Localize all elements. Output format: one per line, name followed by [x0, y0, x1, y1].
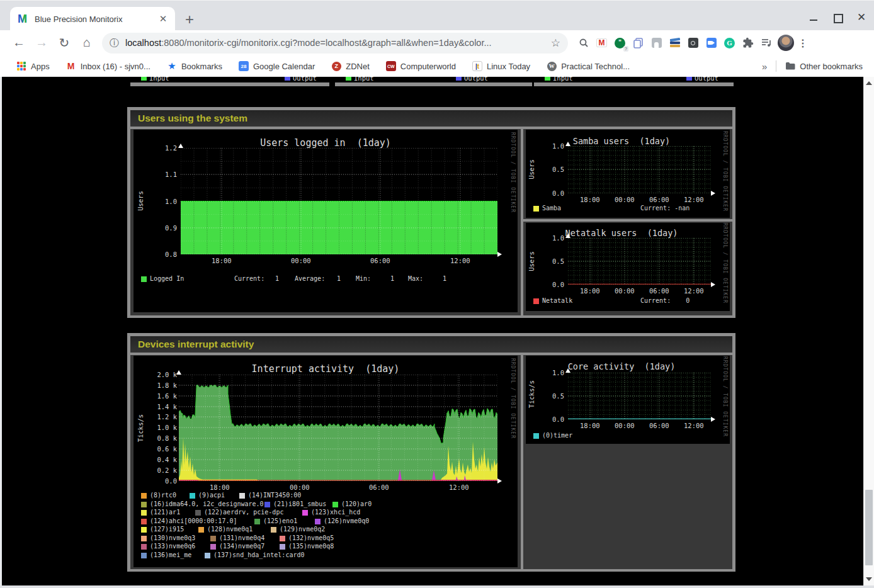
meet-extension-icon[interactable] [702, 34, 720, 52]
puzzle-extension-icon[interactable] [739, 34, 757, 52]
bookmark-google-calendar[interactable]: 28Google Calendar [239, 61, 315, 71]
samba-users-graph[interactable]: Samba users (1day)Users1.00.50.018:0000:… [526, 130, 730, 218]
home-button[interactable]: ⌂ [76, 35, 98, 50]
x-tick: 18:00 [210, 483, 230, 491]
folder-icon [785, 62, 795, 71]
session-buddy-extension-icon[interactable] [647, 34, 666, 52]
legend-swatch-output [285, 77, 290, 81]
zdnet-icon: Z [331, 61, 341, 71]
legend-swatch [271, 527, 276, 533]
legend-swatch [141, 502, 147, 507]
legend-swatch [302, 510, 308, 516]
legend-label: (130)nvme0q3 [150, 534, 195, 541]
bookmark-star-icon[interactable]: ☆ [551, 37, 560, 50]
bookmark-apps[interactable]: Apps [16, 61, 50, 71]
linux-today-icon: |t [472, 61, 482, 71]
bookmark-bookmarks[interactable]: ★Bookmarks [167, 61, 222, 71]
legend-label: (9)acpi [198, 492, 225, 499]
legend-label: (122)aerdrv, pcie-dpc [204, 509, 283, 516]
users-logged-in-title: Users logged in (1day) [168, 137, 483, 149]
core-activity-graph[interactable]: Core activity (1day)Ticks/s1.00.50.018:0… [526, 356, 730, 444]
x-axis-arrow [497, 252, 502, 257]
rrdtool-watermark: RRDTOOL / TOBI OETIKER [722, 223, 728, 303]
calendar-28-icon: 28 [239, 61, 249, 71]
legend-label: (21)i801_smbus [273, 500, 326, 507]
legend-label: 1 [443, 275, 446, 282]
legend-label: Logged In [150, 275, 184, 282]
y-tick: 0.5 [534, 392, 564, 400]
reload-button[interactable]: ↻ [53, 35, 76, 50]
copy-pages-extension-icon[interactable] [629, 34, 647, 52]
legend-swatch [315, 519, 321, 524]
x-tick: 12:00 [449, 483, 469, 491]
bookmark-computerworld[interactable]: CWComputerworld [386, 61, 456, 71]
legend-swatch-input [346, 77, 351, 81]
forward-button[interactable]: → [30, 35, 53, 50]
x-tick: 12:00 [684, 196, 704, 203]
x-axis-arrow [497, 478, 502, 483]
hangouts-extension-icon[interactable]: ”? [611, 34, 629, 52]
scroll-down-arrow[interactable] [866, 577, 872, 581]
profile-avatar[interactable] [778, 35, 794, 51]
legend-swatch [210, 544, 216, 550]
other-bookmarks-label[interactable]: Other bookmarks [800, 62, 863, 71]
back-button[interactable]: ← [8, 35, 30, 50]
page-scrollbar[interactable] [863, 77, 874, 585]
new-tab-button[interactable]: + [185, 11, 194, 28]
legend-swatch-input [545, 77, 550, 81]
play-queue-extension-icon[interactable] [757, 34, 775, 52]
search-extension-icon[interactable] [574, 34, 593, 52]
y-tick: 1.2 k [147, 413, 177, 421]
legend-swatch [239, 493, 245, 499]
y-axis-arrow [176, 370, 181, 375]
legend-swatch [533, 433, 539, 439]
section-header-users: Users using the system [130, 110, 732, 127]
books-stack-extension-icon[interactable] [666, 34, 684, 52]
netatalk-users-plot [568, 238, 711, 285]
legend-label: (126)nvme0q0 [324, 517, 369, 524]
info-icon[interactable]: ⓘ [110, 37, 119, 49]
address-bar[interactable]: ⓘ localhost:8080/monitorix-cgi/monitorix… [102, 33, 568, 54]
keep-extension-icon[interactable] [684, 34, 702, 52]
legend-swatch [141, 510, 147, 516]
legend-label: (8)rtc0 [150, 492, 176, 499]
maximize-button[interactable] [832, 13, 843, 23]
legend-swatch [533, 206, 539, 212]
minimize-button[interactable] [809, 13, 819, 23]
window-close-button[interactable]: ✕ [856, 13, 866, 23]
section-header-devices: Devices interrupt activity [130, 336, 732, 353]
x-tick: 00:00 [615, 196, 635, 203]
extensions-row: M”?G [574, 34, 775, 52]
browser-toolbar: ← → ↻ ⌂ ⓘ localhost:8080/monitorix-cgi/m… [0, 30, 874, 55]
bookmark-inbox-16-sjvn0-[interactable]: MInbox (16) - sjvn0... [66, 61, 150, 71]
bookmark-linux-today[interactable]: |tLinux Today [472, 61, 530, 71]
users-logged-in-ylabel: Users [137, 169, 144, 232]
bookmark-practical-technol-[interactable]: WPractical Technol... [547, 61, 630, 71]
users-logged-in-graph[interactable]: Users logged in (1day)Users1.21.11.00.90… [133, 130, 518, 312]
netatalk-users-graph[interactable]: Netatalk users (1day)Users1.00.50.018:00… [526, 223, 730, 311]
legend-swatch [141, 553, 147, 558]
scroll-up-arrow[interactable] [866, 81, 872, 85]
y-tick: 0.5 [534, 257, 564, 265]
interrupt-activity-graph[interactable]: Interrupt activity (1day)Ticks/s2.0 k1.8… [133, 356, 518, 567]
browser-tab[interactable]: MM Blue Precision Monitorix ✕ [10, 7, 175, 31]
tab-close-icon[interactable]: ✕ [157, 13, 169, 25]
legend-swatch [210, 536, 216, 541]
legend-label: Netatalk [542, 297, 572, 304]
y-tick: 1.0 k [147, 424, 177, 431]
section-title: Devices interrupt activity [138, 339, 254, 350]
legend-swatch-output [456, 77, 462, 81]
legend-label: (132)nvme0q5 [288, 534, 334, 541]
grammarly-extension-icon[interactable]: G [720, 34, 739, 52]
legend-label: (135)nvme0q8 [288, 543, 334, 550]
bookmark-zdnet[interactable]: ZZDNet [331, 61, 370, 71]
scrollbar-thumb[interactable] [865, 490, 873, 565]
browser-menu-icon[interactable]: ⋮ [797, 37, 809, 49]
gmail-extension-icon[interactable]: M [593, 34, 611, 52]
x-tick: 06:00 [370, 257, 390, 264]
legend-swatch [190, 493, 195, 499]
legend-swatch-input [141, 77, 147, 81]
bookmarks-overflow-chevron[interactable]: » [762, 61, 767, 72]
legend-label: (134)nvme0q7 [219, 543, 264, 550]
y-tick: 1.4 k [147, 403, 177, 410]
